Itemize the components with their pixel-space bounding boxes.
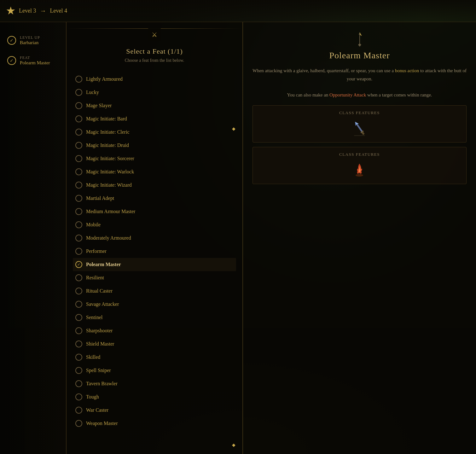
feat-radio-magic-initiate-sorcerer	[75, 155, 82, 162]
feat-name-weapon-master: Weapon Master	[86, 421, 118, 426]
feat-name-resilient: Resilient	[86, 275, 104, 281]
feat-radio-magic-initiate-bard	[75, 115, 82, 122]
feat-name-war-caster: War Caster	[86, 407, 108, 413]
feat-item-weapon-master[interactable]: Weapon Master	[73, 417, 236, 430]
feat-item-sentinel[interactable]: Sentinel	[73, 311, 236, 324]
feat-name-shield-master: Shield Master	[86, 341, 114, 347]
feat-item-polearm-master[interactable]: Polearm Master	[73, 258, 236, 271]
feat-radio-sentinel	[75, 314, 82, 321]
feat-name-tough: Tough	[86, 394, 99, 400]
feat-radio-magic-initiate-druid	[75, 142, 82, 149]
feat-item-savage-attacker[interactable]: Savage Attacker	[73, 298, 236, 311]
feat-item-tough[interactable]: Tough	[73, 390, 236, 404]
feat-item-magic-initiate-bard[interactable]: Magic Initiate: Bard	[73, 112, 236, 125]
feat-name-mobile: Mobile	[86, 222, 101, 228]
deco-icon-center: ⚔	[148, 28, 161, 41]
feat-radio-shield-master	[75, 340, 82, 347]
feat-item-medium-armour-master[interactable]: Medium Armour Master	[73, 205, 236, 218]
feat-radio-war-caster	[75, 407, 82, 414]
class-features-container: Class Features Class Features	[253, 105, 467, 184]
feat-item-magic-initiate-cleric[interactable]: Magic Initiate: Cleric	[73, 125, 236, 139]
feat-item-moderately-armoured[interactable]: Moderately Armoured	[73, 231, 236, 245]
desc-part3: You can also make an	[287, 92, 329, 97]
feat-radio-polearm-master	[75, 261, 82, 268]
sidebar-item-levelup[interactable]: ✓ Level Up Barbarian	[5, 32, 61, 49]
class-feature-svg-fire	[351, 161, 368, 178]
feat-radio-lucky	[75, 89, 82, 96]
feat-item-performer[interactable]: Performer	[73, 245, 236, 258]
feat-name-sentinel: Sentinel	[86, 315, 102, 320]
feat-item-ritual-caster[interactable]: Ritual Caster	[73, 284, 236, 298]
feat-name-performer: Performer	[86, 248, 107, 254]
feat-item-war-caster[interactable]: War Caster	[73, 404, 236, 417]
sidebar-value-levelup: Barbarian	[20, 40, 40, 45]
feat-radio-lightly-armoured	[75, 76, 82, 83]
feat-radio-sharpshooter	[75, 327, 82, 334]
level-to: Level 4	[50, 8, 67, 14]
feat-item-magic-initiate-warlock[interactable]: Magic Initiate: Warlock	[73, 165, 236, 178]
feat-radio-mage-slayer	[75, 102, 82, 109]
feat-item-spell-sniper[interactable]: Spell Sniper	[73, 364, 236, 377]
feat-item-mobile[interactable]: Mobile	[73, 218, 236, 231]
feat-radio-weapon-master	[75, 420, 82, 427]
feat-radio-magic-initiate-cleric	[75, 129, 82, 136]
feat-radio-performer	[75, 248, 82, 255]
scroll-indicator-top: ◆	[232, 126, 235, 131]
feat-radio-medium-armour-master	[75, 208, 82, 215]
feat-item-shield-master[interactable]: Shield Master	[73, 337, 236, 351]
feat-radio-moderately-armoured	[75, 235, 82, 242]
class-feature-img-cf1	[350, 119, 369, 137]
feat-name-magic-initiate-druid: Magic Initiate: Druid	[86, 143, 129, 148]
feat-name-medium-armour-master: Medium Armour Master	[86, 209, 135, 214]
feat-radio-magic-initiate-wizard	[75, 182, 82, 189]
class-feature-img-cf2	[350, 160, 369, 179]
feat-item-tavern-brawler[interactable]: Tavern Brawler	[73, 377, 236, 390]
class-feature-label-cf2: Class Features	[339, 152, 380, 157]
feat-name-spell-sniper: Spell Sniper	[86, 368, 111, 373]
feat-item-lightly-armoured[interactable]: Lightly Armoured	[73, 73, 236, 86]
feat-name-sharpshooter: Sharpshooter	[86, 328, 113, 334]
feat-radio-resilient	[75, 274, 82, 281]
feat-radio-skilled	[75, 354, 82, 361]
feat-item-magic-initiate-druid[interactable]: Magic Initiate: Druid	[73, 139, 236, 152]
class-feature-card-cf1: Class Features	[253, 105, 467, 143]
right-panel: Polearm Master When attacking with a gla…	[243, 22, 476, 454]
feat-item-sharpshooter[interactable]: Sharpshooter	[73, 324, 236, 337]
feat-name-magic-initiate-cleric: Magic Initiate: Cleric	[86, 129, 130, 135]
feat-name-mage-slayer: Mage Slayer	[86, 103, 112, 108]
feat-item-lucky[interactable]: Lucky	[73, 86, 236, 99]
feat-item-resilient[interactable]: Resilient	[73, 271, 236, 284]
feat-name-martial-adept: Martial Adept	[86, 195, 114, 201]
feat-item-martial-adept[interactable]: Martial Adept	[73, 192, 236, 205]
feat-name-ritual-caster: Ritual Caster	[86, 288, 113, 294]
feat-radio-tavern-brawler	[75, 380, 82, 387]
desc-part1: When attacking with a glaive, halberd, q…	[253, 68, 395, 73]
feat-detail-description: When attacking with a glaive, halberd, q…	[253, 67, 467, 99]
center-border-top: ⚔	[67, 22, 242, 47]
sidebar-check-levelup: ✓	[7, 36, 16, 45]
feat-item-magic-initiate-sorcerer[interactable]: Magic Initiate: Sorcerer	[73, 152, 236, 165]
svg-marker-1	[360, 32, 362, 36]
feat-item-mage-slayer[interactable]: Mage Slayer	[73, 99, 236, 112]
feat-name-magic-initiate-warlock: Magic Initiate: Warlock	[86, 169, 134, 175]
left-panel: ✓ Level Up Barbarian ✓ Feat Polearm Mast…	[0, 22, 66, 454]
feat-name-polearm-master: Polearm Master	[86, 262, 121, 267]
feat-list[interactable]: Lightly ArmouredLuckyMage SlayerMagic In…	[67, 73, 242, 448]
desc-highlight2: Opportunity Attack	[329, 92, 366, 97]
panel-title: Select a Feat (1/1)	[73, 47, 236, 55]
feat-item-magic-initiate-wizard[interactable]: Magic Initiate: Wizard	[73, 178, 236, 192]
feat-radio-tough	[75, 393, 82, 400]
class-feature-card-cf2: Class Features	[253, 147, 467, 184]
feat-name-lucky: Lucky	[86, 90, 99, 95]
sidebar-text-levelup: Level Up Barbarian	[20, 35, 40, 45]
feat-detail-icon	[352, 32, 368, 47]
feat-radio-mobile	[75, 221, 82, 228]
sidebar-value-feat: Polearm Master	[20, 60, 50, 66]
feat-item-skilled[interactable]: Skilled	[73, 351, 236, 364]
level-indicator: Level 3 → Level 4	[6, 7, 67, 15]
feat-name-lightly-armoured: Lightly Armoured	[86, 76, 123, 82]
center-panel: ⚔ Select a Feat (1/1) Choose a feat from…	[66, 22, 243, 454]
feat-name-magic-initiate-bard: Magic Initiate: Bard	[86, 116, 127, 122]
feat-name-moderately-armoured: Moderately Armoured	[86, 235, 131, 241]
sidebar-item-feat[interactable]: ✓ Feat Polearm Master	[5, 52, 61, 69]
